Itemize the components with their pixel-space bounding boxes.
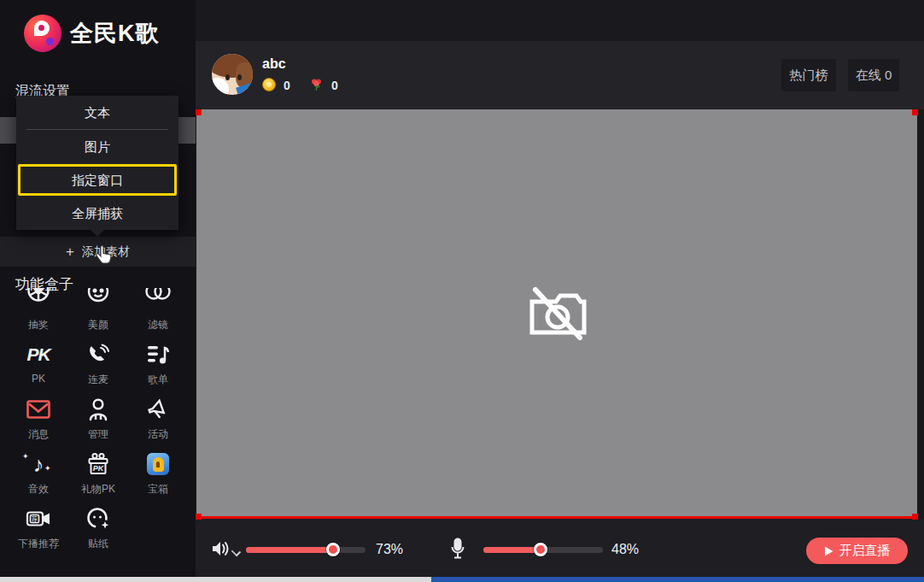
menu-item-text[interactable]: 文本 — [16, 96, 178, 129]
activity-megaphone-icon — [143, 397, 173, 421]
avatar-eyes — [225, 74, 230, 80]
menu-item-specified-window[interactable]: 指定窗口 — [16, 163, 178, 197]
speaker-icon[interactable] — [211, 540, 230, 557]
gift-pk-icon: PK — [84, 452, 113, 476]
fn-item-label: 滤镜 — [148, 318, 168, 332]
fn-item-label: 歌单 — [148, 373, 168, 387]
background-window-edge — [0, 577, 924, 582]
fn-item-filter[interactable]: 滤镜 — [128, 288, 188, 332]
hand-cursor-icon — [95, 245, 112, 266]
gift-pk-icon-text: PK — [93, 464, 105, 473]
fn-item-activity[interactable]: 活动 — [128, 397, 188, 442]
plus-icon: + — [66, 244, 74, 261]
selection-border-bottom — [196, 516, 917, 519]
filter-lenses-icon — [143, 288, 173, 312]
speaker-volume-knob[interactable] — [326, 543, 340, 556]
fn-item-label: 活动 — [148, 427, 168, 442]
live-preview-stage[interactable] — [196, 109, 917, 518]
mic-volume-slider[interactable] — [483, 547, 603, 553]
rose-count: 0 — [331, 79, 338, 92]
end-stream-recommend-icon: 荐 — [24, 507, 53, 531]
menu-item-image[interactable]: 图片 — [16, 130, 178, 163]
online-count-button[interactable]: 在线 0 — [848, 59, 899, 91]
fn-item-sticker[interactable]: 贴纸 — [68, 507, 128, 551]
user-avatar[interactable] — [212, 54, 253, 95]
add-material-context-menu: 文本 图片 指定窗口 全屏捕获 — [16, 96, 178, 230]
speaker-volume-fill — [246, 547, 333, 553]
app-logo: 全民K歌 — [24, 15, 160, 52]
start-live-button[interactable]: 开启直播 — [806, 538, 908, 564]
fn-item-label: 消息 — [28, 427, 49, 442]
app-logo-text: 全民K歌 — [70, 18, 160, 49]
fn-item-mic-link[interactable]: 连麦 — [68, 343, 128, 387]
pk-icon: PK — [24, 343, 53, 367]
titlebar: ⚙ × — [196, 0, 924, 41]
fn-item-label: 抽奖 — [28, 318, 49, 332]
username: abc — [262, 56, 286, 72]
sound-effect-note-icon: ♪ ✦ ✦ — [24, 452, 53, 476]
fn-item-label: 宝箱 — [148, 482, 168, 497]
microphone-icon[interactable] — [451, 538, 465, 560]
mic-volume-knob[interactable] — [534, 543, 547, 556]
coin-icon — [262, 78, 276, 91]
app-logo-icon — [24, 15, 61, 52]
fn-item-manage[interactable]: 管理 — [68, 397, 128, 442]
recommend-icon-text: 荐 — [31, 515, 38, 523]
fn-item-beauty[interactable]: 美颜 — [68, 288, 128, 332]
sparkle-glyph: ✦ — [22, 452, 29, 461]
selection-handle[interactable] — [196, 514, 202, 520]
play-icon — [824, 546, 833, 556]
mic-volume-value: 48% — [611, 542, 639, 557]
menu-item-fullscreen-capture[interactable]: 全屏捕获 — [16, 197, 178, 230]
fn-item-lottery[interactable]: 抽奖 — [9, 288, 68, 332]
note-glyph: ♪ — [33, 454, 44, 475]
function-box-title: 功能盒子 — [15, 274, 73, 294]
camera-off-icon — [523, 283, 590, 344]
coin-count: 0 — [284, 79, 290, 92]
beauty-face-icon — [84, 288, 113, 312]
pk-icon-text: PK — [26, 344, 50, 365]
fn-item-message[interactable]: 消息 — [9, 397, 68, 442]
hot-rank-button[interactable]: 热门榜 — [781, 59, 836, 91]
start-live-label: 开启直播 — [839, 543, 891, 559]
menu-caret-down — [90, 229, 105, 237]
function-box-grid: 抽奖 美颜 滤镜 PK PK — [9, 288, 188, 551]
fn-item-end-recommend[interactable]: 荐 下播推荐 — [9, 507, 68, 551]
mic-volume-fill — [483, 547, 541, 553]
fn-item-pk[interactable]: PK PK — [9, 343, 68, 387]
fn-item-label: 音效 — [28, 482, 49, 497]
speaker-volume-value: 73% — [376, 542, 403, 557]
fn-item-playlist[interactable]: 歌单 — [128, 343, 188, 387]
message-envelope-icon — [24, 397, 53, 421]
fn-item-label: PK — [32, 373, 45, 385]
selection-handle[interactable] — [912, 109, 918, 115]
fn-item-label: 美颜 — [88, 318, 108, 332]
fn-item-label: 管理 — [88, 427, 108, 442]
manage-person-icon — [84, 397, 113, 421]
playlist-icon — [143, 343, 173, 367]
speaker-volume-slider[interactable] — [246, 547, 366, 553]
rose-icon — [310, 78, 323, 91]
fn-item-label: 连麦 — [88, 373, 108, 387]
sparkle-glyph: ✦ — [44, 464, 51, 473]
menu-item-specified-window-label: 指定窗口 — [72, 173, 123, 187]
fn-item-label: 贴纸 — [88, 537, 108, 551]
fn-item-label: 礼物PK — [81, 482, 115, 497]
phone-mic-link-icon — [84, 343, 113, 367]
treasure-box-icon — [143, 452, 173, 476]
background-window-edge-blue — [431, 577, 924, 582]
selection-handle[interactable] — [196, 109, 202, 115]
background-window-edge-light — [0, 577, 431, 582]
fn-item-sound-effect[interactable]: ♪ ✦ ✦ 音效 — [9, 452, 68, 497]
sticker-smiley-icon — [84, 507, 113, 531]
fn-item-label: 下播推荐 — [18, 537, 59, 551]
selection-handle[interactable] — [912, 514, 918, 520]
gold-lock-icon — [153, 457, 164, 472]
fn-item-gift-pk[interactable]: PK 礼物PK — [68, 452, 128, 497]
fn-item-treasure[interactable]: 宝箱 — [128, 452, 188, 497]
